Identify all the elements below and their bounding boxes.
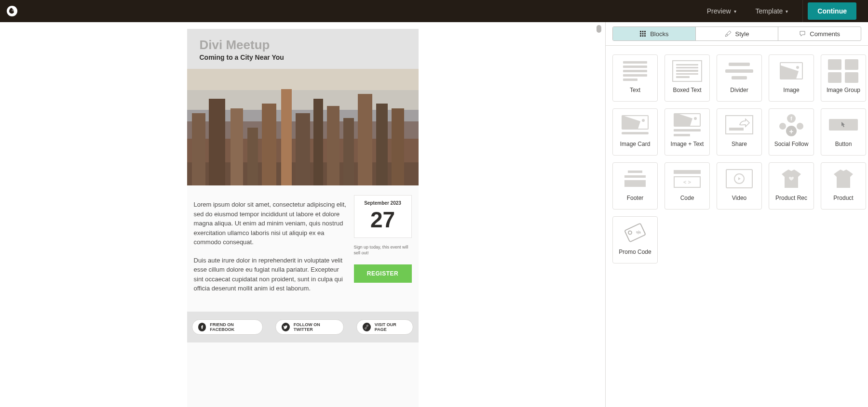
tab-style[interactable]: Style bbox=[696, 27, 779, 40]
continue-button[interactable]: Continue bbox=[808, 2, 856, 20]
mailchimp-logo[interactable] bbox=[0, 0, 24, 22]
canvas-scrollbar[interactable] bbox=[597, 25, 601, 404]
block-social-follow-label: Social Follow bbox=[774, 141, 809, 147]
block-image-card[interactable]: Image Card bbox=[612, 108, 658, 156]
block-code[interactable]: < > Code bbox=[665, 162, 710, 210]
email-text-block[interactable]: Lorem ipsum dolor sit amet, consectetur … bbox=[194, 195, 347, 302]
block-video[interactable]: Video bbox=[717, 162, 762, 210]
facebook-icon bbox=[198, 323, 206, 331]
block-button[interactable]: Button bbox=[821, 108, 866, 156]
social-web-label: VISIT OUR PAGE bbox=[375, 322, 407, 332]
preview-label: Preview bbox=[707, 7, 731, 15]
svg-rect-10 bbox=[642, 35, 644, 37]
block-divider-label: Divider bbox=[730, 87, 748, 93]
block-divider[interactable]: Divider bbox=[717, 54, 762, 102]
block-image-group-label: Image Group bbox=[827, 87, 860, 93]
event-date-box[interactable]: September 2023 27 bbox=[354, 195, 412, 238]
email-title: Divi Meetup bbox=[200, 38, 406, 53]
twitter-icon bbox=[282, 323, 290, 331]
block-image-group[interactable]: Image Group bbox=[821, 54, 866, 102]
block-product-label: Product bbox=[833, 195, 853, 201]
block-share-label: Share bbox=[732, 141, 747, 147]
block-text-label: Text bbox=[630, 87, 640, 93]
block-product[interactable]: Product bbox=[821, 162, 866, 210]
block-image-label: Image bbox=[783, 87, 799, 93]
social-tw-label: FOLLOW ON TWITTER bbox=[294, 322, 338, 332]
svg-rect-6 bbox=[640, 33, 641, 35]
social-website[interactable]: VISIT OUR PAGE bbox=[356, 319, 414, 335]
social-twitter[interactable]: FOLLOW ON TWITTER bbox=[275, 319, 344, 335]
signup-note: Sign up today, this event will sell out! bbox=[354, 245, 412, 256]
register-button[interactable]: REGISTER bbox=[354, 264, 412, 283]
block-product-rec[interactable]: Product Rec bbox=[769, 162, 814, 210]
email-preview[interactable]: Divi Meetup Coming to a City Near You Lo… bbox=[187, 29, 419, 407]
block-image-text[interactable]: Image + Text bbox=[665, 108, 710, 156]
block-promo-code[interactable]: % Promo Code bbox=[612, 216, 658, 263]
svg-rect-9 bbox=[640, 35, 641, 37]
scrollbar-thumb[interactable] bbox=[597, 25, 601, 33]
email-paragraph-1: Lorem ipsum dolor sit amet, consectetur … bbox=[194, 200, 347, 247]
email-body[interactable]: Lorem ipsum dolor sit amet, consectetur … bbox=[187, 185, 419, 312]
chevron-down-icon: ▾ bbox=[786, 9, 788, 14]
block-image-text-label: Image + Text bbox=[671, 141, 704, 147]
block-image-card-label: Image Card bbox=[620, 141, 651, 147]
comment-icon bbox=[799, 30, 806, 37]
email-subtitle: Coming to a City Near You bbox=[200, 53, 406, 61]
grid-icon bbox=[639, 30, 646, 37]
social-facebook[interactable]: FRIEND ON FACEBOOK bbox=[192, 319, 263, 335]
template-label: Template bbox=[756, 7, 783, 15]
block-social-follow[interactable]: f+ Social Follow bbox=[769, 108, 814, 156]
email-sidebar[interactable]: September 2023 27 Sign up today, this ev… bbox=[354, 195, 412, 302]
svg-rect-4 bbox=[642, 31, 644, 32]
right-panel: Blocks Style Comments Text Boxed Text bbox=[605, 22, 868, 407]
email-hero-image[interactable] bbox=[187, 69, 419, 185]
svg-rect-8 bbox=[644, 33, 646, 35]
link-icon bbox=[363, 323, 371, 331]
svg-rect-3 bbox=[640, 31, 641, 32]
paintbrush-icon bbox=[725, 30, 732, 37]
topbar-divider bbox=[802, 0, 803, 22]
tab-comments[interactable]: Comments bbox=[778, 27, 861, 40]
block-promo-code-label: Promo Code bbox=[619, 249, 651, 255]
preview-dropdown[interactable]: Preview ▾ bbox=[697, 0, 746, 22]
block-image[interactable]: Image bbox=[769, 54, 814, 102]
social-fb-label: FRIEND ON FACEBOOK bbox=[210, 322, 256, 332]
block-boxed-text[interactable]: Boxed Text bbox=[665, 54, 710, 102]
panel-tabs: Blocks Style Comments bbox=[612, 26, 861, 41]
email-paragraph-2: Duis aute irure dolor in reprehenderit i… bbox=[194, 256, 347, 293]
editor-canvas[interactable]: Divi Meetup Coming to a City Near You Lo… bbox=[0, 22, 605, 407]
email-header-block[interactable]: Divi Meetup Coming to a City Near You bbox=[187, 29, 419, 69]
main: Divi Meetup Coming to a City Near You Lo… bbox=[0, 22, 868, 407]
block-button-label: Button bbox=[835, 141, 852, 147]
chevron-down-icon: ▾ bbox=[734, 9, 736, 14]
event-day: 27 bbox=[356, 209, 409, 231]
block-share[interactable]: Share bbox=[717, 108, 762, 156]
block-product-rec-label: Product Rec bbox=[775, 195, 807, 201]
event-month: September 2023 bbox=[356, 200, 409, 206]
email-footer[interactable]: FRIEND ON FACEBOOK FOLLOW ON TWITTER VIS… bbox=[187, 312, 419, 342]
tab-blocks-label: Blocks bbox=[650, 30, 668, 38]
svg-rect-5 bbox=[644, 31, 646, 32]
svg-rect-11 bbox=[644, 35, 646, 37]
block-text[interactable]: Text bbox=[612, 54, 658, 102]
svg-point-1 bbox=[13, 10, 14, 11]
block-boxed-text-label: Boxed Text bbox=[673, 87, 701, 93]
svg-point-2 bbox=[12, 11, 13, 12]
tab-style-label: Style bbox=[735, 30, 749, 38]
block-video-label: Video bbox=[732, 195, 746, 201]
blocks-grid: Text Boxed Text Divider Image Image Grou… bbox=[606, 46, 868, 272]
block-footer[interactable]: Footer bbox=[612, 162, 658, 210]
template-dropdown[interactable]: Template ▾ bbox=[746, 0, 798, 22]
tab-blocks[interactable]: Blocks bbox=[613, 27, 696, 40]
block-footer-label: Footer bbox=[627, 195, 644, 201]
tab-comments-label: Comments bbox=[810, 30, 840, 38]
block-code-label: Code bbox=[680, 195, 694, 201]
topbar: Preview ▾ Template ▾ Continue bbox=[0, 0, 868, 22]
svg-rect-7 bbox=[642, 33, 644, 35]
